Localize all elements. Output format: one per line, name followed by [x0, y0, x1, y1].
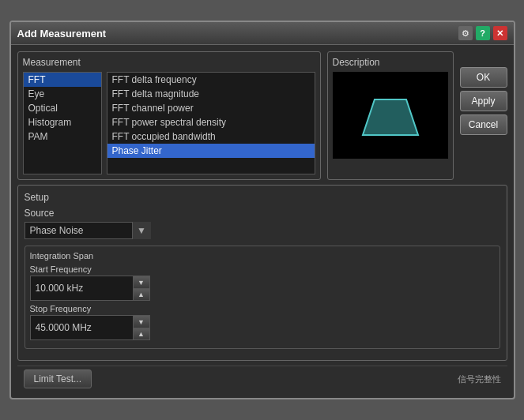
- start-freq-buttons: ▼ ▲: [133, 276, 150, 301]
- add-measurement-dialog: Add Measurement ⚙ ? ✕ Measurement FFTEye…: [9, 21, 515, 399]
- source-dropdown[interactable]: Phase NoiseSignalSpectrum: [25, 222, 151, 239]
- dialog-title: Add Measurement: [17, 28, 107, 39]
- limit-test-button[interactable]: Limit Test...: [24, 369, 92, 388]
- cancel-button[interactable]: Cancel: [460, 114, 507, 135]
- stop-freq-up-button[interactable]: ▲: [133, 328, 150, 340]
- dialog-body: Measurement FFTEyeOpticalHistogramPAM FF…: [11, 45, 514, 398]
- title-bar: Add Measurement ⚙ ? ✕: [11, 22, 514, 45]
- setup-label: Setup: [25, 192, 500, 203]
- buttons-panel: OK Apply Cancel: [460, 51, 507, 180]
- start-freq-down-button[interactable]: ▼: [133, 276, 150, 288]
- stop-freq-row: Stop Frequency ▼ ▲: [30, 304, 495, 340]
- setup-section: Setup Source Phase NoiseSignalSpectrum ▼…: [17, 185, 507, 361]
- start-freq-row: Start Frequency ▼ ▲: [30, 264, 495, 301]
- source-dropdown-row: Phase NoiseSignalSpectrum ▼: [25, 222, 500, 239]
- measurement-item-fft_occupied_bw[interactable]: FFT occupied bandwidth: [107, 129, 315, 144]
- measurement-type-optical[interactable]: Optical: [24, 101, 101, 115]
- integration-span: Integration Span Start Frequency ▼ ▲ Sto…: [25, 246, 500, 349]
- integration-span-label: Integration Span: [30, 251, 495, 261]
- measurement-item-fft_delta_mag[interactable]: FFT delta magnitude: [107, 87, 315, 101]
- measurement-type-eye[interactable]: Eye: [24, 87, 101, 101]
- title-bar-icons: ⚙ ? ✕: [458, 26, 507, 40]
- measurement-type-fft[interactable]: FFT: [24, 73, 101, 87]
- top-section: Measurement FFTEyeOpticalHistogramPAM FF…: [17, 51, 507, 180]
- measurement-item-list[interactable]: FFT delta frequencyFFT delta magnitudeFF…: [107, 72, 315, 174]
- start-freq-up-button[interactable]: ▲: [133, 288, 150, 301]
- description-panel: Description: [327, 51, 454, 180]
- measurement-item-fft_channel_power[interactable]: FFT channel power: [107, 101, 315, 115]
- stop-freq-label: Stop Frequency: [30, 304, 495, 313]
- measurement-item-fft_power_spectral[interactable]: FFT power spectral density: [107, 115, 315, 129]
- watermark: 信号完整性: [458, 373, 501, 385]
- help-icon[interactable]: ?: [476, 26, 490, 40]
- start-freq-label: Start Frequency: [30, 264, 495, 274]
- start-freq-input-row: ▼ ▲: [30, 276, 495, 301]
- ok-button[interactable]: OK: [460, 67, 507, 88]
- start-freq-input[interactable]: [30, 276, 133, 301]
- source-label-text: Source: [25, 208, 500, 219]
- apply-button[interactable]: Apply: [460, 91, 507, 111]
- measurement-item-phase_jitter[interactable]: Phase Jitter: [107, 144, 315, 158]
- description-label: Description: [333, 57, 448, 68]
- stop-freq-buttons: ▼ ▲: [133, 315, 150, 340]
- stop-freq-down-button[interactable]: ▼: [133, 315, 150, 328]
- measurement-type-list[interactable]: FFTEyeOpticalHistogramPAM: [23, 72, 102, 174]
- bottom-bar: Limit Test... 信号完整性: [17, 366, 507, 392]
- close-icon[interactable]: ✕: [493, 26, 507, 40]
- measurement-type-pam[interactable]: PAM: [24, 129, 101, 144]
- measurement-label: Measurement: [23, 57, 315, 68]
- measurement-lists: FFTEyeOpticalHistogramPAM FFT delta freq…: [23, 72, 315, 174]
- measurement-panel: Measurement FFTEyeOpticalHistogramPAM FF…: [17, 51, 321, 180]
- stop-freq-input-row: ▼ ▲: [30, 315, 495, 340]
- description-image: [333, 72, 448, 159]
- measurement-item-fft_delta_freq[interactable]: FFT delta frequency: [107, 73, 315, 87]
- stop-freq-input[interactable]: [30, 315, 133, 340]
- source-dropdown-wrapper: Phase NoiseSignalSpectrum ▼: [25, 222, 151, 239]
- gear-icon[interactable]: ⚙: [458, 26, 473, 40]
- measurement-type-histogram[interactable]: Histogram: [24, 115, 101, 129]
